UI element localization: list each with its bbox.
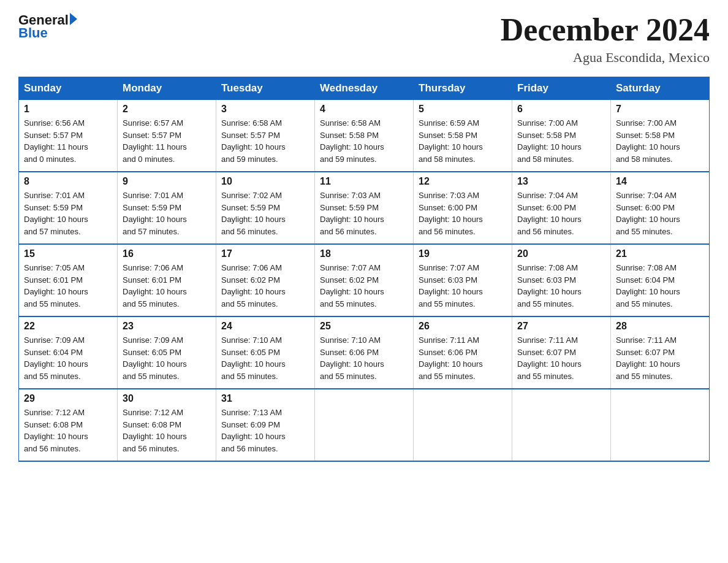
calendar-cell: 17 Sunrise: 7:06 AMSunset: 6:02 PMDaylig… — [216, 244, 315, 316]
day-info: Sunrise: 7:13 AMSunset: 6:09 PMDaylight:… — [221, 407, 309, 454]
location: Agua Escondida, Mexico — [501, 50, 710, 66]
day-number: 17 — [221, 248, 309, 259]
logo: General Blue — [18, 12, 77, 41]
calendar-cell: 20 Sunrise: 7:08 AMSunset: 6:03 PMDaylig… — [512, 244, 611, 316]
day-number: 13 — [517, 176, 605, 187]
calendar-cell: 9 Sunrise: 7:01 AMSunset: 5:59 PMDayligh… — [118, 172, 216, 244]
calendar-cell: 16 Sunrise: 7:06 AMSunset: 6:01 PMDaylig… — [118, 244, 216, 316]
col-sunday: Sunday — [19, 77, 118, 100]
day-number: 19 — [419, 248, 507, 259]
day-info: Sunrise: 7:12 AMSunset: 6:08 PMDaylight:… — [123, 407, 211, 454]
calendar-body: 1 Sunrise: 6:56 AMSunset: 5:57 PMDayligh… — [19, 100, 710, 462]
calendar-cell — [414, 389, 512, 461]
calendar-cell: 29 Sunrise: 7:12 AMSunset: 6:08 PMDaylig… — [19, 389, 118, 461]
calendar-cell: 25 Sunrise: 7:10 AMSunset: 6:06 PMDaylig… — [315, 316, 414, 389]
day-info: Sunrise: 7:06 AMSunset: 6:01 PMDaylight:… — [123, 262, 211, 310]
calendar-cell: 24 Sunrise: 7:10 AMSunset: 6:05 PMDaylig… — [216, 316, 315, 389]
month-title: December 2024 — [501, 12, 710, 47]
day-info: Sunrise: 7:00 AMSunset: 5:58 PMDaylight:… — [517, 117, 605, 165]
col-tuesday: Tuesday — [216, 77, 315, 100]
calendar-cell — [315, 389, 414, 461]
calendar-cell — [611, 389, 710, 461]
calendar-week-4: 22 Sunrise: 7:09 AMSunset: 6:04 PMDaylig… — [19, 316, 710, 389]
day-number: 5 — [419, 104, 507, 115]
day-number: 31 — [221, 393, 309, 404]
day-number: 27 — [517, 321, 605, 332]
day-info: Sunrise: 7:03 AMSunset: 6:00 PMDaylight:… — [419, 190, 507, 237]
calendar-header: Sunday Monday Tuesday Wednesday Thursday… — [19, 77, 710, 100]
day-info: Sunrise: 7:08 AMSunset: 6:04 PMDaylight:… — [616, 262, 704, 310]
day-number: 16 — [123, 248, 211, 259]
day-info: Sunrise: 7:10 AMSunset: 6:05 PMDaylight:… — [221, 334, 309, 382]
day-number: 9 — [123, 176, 211, 187]
day-number: 23 — [123, 321, 211, 332]
calendar-week-1: 1 Sunrise: 6:56 AMSunset: 5:57 PMDayligh… — [19, 100, 710, 172]
calendar-cell: 26 Sunrise: 7:11 AMSunset: 6:06 PMDaylig… — [414, 316, 512, 389]
day-number: 4 — [320, 104, 408, 115]
day-number: 30 — [123, 393, 211, 404]
day-info: Sunrise: 7:03 AMSunset: 5:59 PMDaylight:… — [320, 190, 408, 237]
day-number: 6 — [517, 104, 605, 115]
day-number: 10 — [221, 176, 309, 187]
calendar-cell: 23 Sunrise: 7:09 AMSunset: 6:05 PMDaylig… — [118, 316, 216, 389]
day-number: 3 — [221, 104, 309, 115]
day-info: Sunrise: 7:02 AMSunset: 5:59 PMDaylight:… — [221, 190, 309, 237]
calendar-cell: 21 Sunrise: 7:08 AMSunset: 6:04 PMDaylig… — [611, 244, 710, 316]
calendar-week-3: 15 Sunrise: 7:05 AMSunset: 6:01 PMDaylig… — [19, 244, 710, 316]
calendar-cell: 19 Sunrise: 7:07 AMSunset: 6:03 PMDaylig… — [414, 244, 512, 316]
page-header: General Blue December 2024 Agua Escondid… — [18, 12, 710, 66]
day-number: 29 — [24, 393, 112, 404]
day-info: Sunrise: 7:08 AMSunset: 6:03 PMDaylight:… — [517, 262, 605, 310]
day-info: Sunrise: 7:00 AMSunset: 5:58 PMDaylight:… — [616, 117, 704, 165]
col-saturday: Saturday — [611, 77, 710, 100]
day-info: Sunrise: 7:07 AMSunset: 6:02 PMDaylight:… — [320, 262, 408, 310]
calendar-cell: 1 Sunrise: 6:56 AMSunset: 5:57 PMDayligh… — [19, 100, 118, 172]
logo-arrow-icon — [70, 13, 77, 25]
calendar-cell: 27 Sunrise: 7:11 AMSunset: 6:07 PMDaylig… — [512, 316, 611, 389]
col-friday: Friday — [512, 77, 611, 100]
day-info: Sunrise: 6:59 AMSunset: 5:58 PMDaylight:… — [419, 117, 507, 165]
calendar-week-2: 8 Sunrise: 7:01 AMSunset: 5:59 PMDayligh… — [19, 172, 710, 244]
calendar-cell: 10 Sunrise: 7:02 AMSunset: 5:59 PMDaylig… — [216, 172, 315, 244]
calendar-cell: 3 Sunrise: 6:58 AMSunset: 5:57 PMDayligh… — [216, 100, 315, 172]
calendar-cell: 6 Sunrise: 7:00 AMSunset: 5:58 PMDayligh… — [512, 100, 611, 172]
calendar-table: Sunday Monday Tuesday Wednesday Thursday… — [18, 77, 710, 462]
header-row: Sunday Monday Tuesday Wednesday Thursday… — [19, 77, 710, 100]
day-info: Sunrise: 7:05 AMSunset: 6:01 PMDaylight:… — [24, 262, 112, 310]
day-info: Sunrise: 7:10 AMSunset: 6:06 PMDaylight:… — [320, 334, 408, 382]
calendar-cell: 4 Sunrise: 6:58 AMSunset: 5:58 PMDayligh… — [315, 100, 414, 172]
day-info: Sunrise: 7:06 AMSunset: 6:02 PMDaylight:… — [221, 262, 309, 310]
calendar-cell: 14 Sunrise: 7:04 AMSunset: 6:00 PMDaylig… — [611, 172, 710, 244]
day-info: Sunrise: 7:01 AMSunset: 5:59 PMDaylight:… — [24, 190, 112, 237]
calendar-cell: 8 Sunrise: 7:01 AMSunset: 5:59 PMDayligh… — [19, 172, 118, 244]
day-info: Sunrise: 7:04 AMSunset: 6:00 PMDaylight:… — [517, 190, 605, 237]
day-info: Sunrise: 7:11 AMSunset: 6:06 PMDaylight:… — [419, 334, 507, 382]
title-block: December 2024 Agua Escondida, Mexico — [501, 12, 710, 66]
day-info: Sunrise: 7:09 AMSunset: 6:05 PMDaylight:… — [123, 334, 211, 382]
day-number: 2 — [123, 104, 211, 115]
day-info: Sunrise: 7:12 AMSunset: 6:08 PMDaylight:… — [24, 407, 112, 454]
calendar-cell: 5 Sunrise: 6:59 AMSunset: 5:58 PMDayligh… — [414, 100, 512, 172]
calendar-cell — [512, 389, 611, 461]
calendar-cell: 28 Sunrise: 7:11 AMSunset: 6:07 PMDaylig… — [611, 316, 710, 389]
day-info: Sunrise: 7:01 AMSunset: 5:59 PMDaylight:… — [123, 190, 211, 237]
day-number: 1 — [24, 104, 112, 115]
day-number: 8 — [24, 176, 112, 187]
day-number: 26 — [419, 321, 507, 332]
calendar-cell: 7 Sunrise: 7:00 AMSunset: 5:58 PMDayligh… — [611, 100, 710, 172]
day-number: 20 — [517, 248, 605, 259]
calendar-cell: 13 Sunrise: 7:04 AMSunset: 6:00 PMDaylig… — [512, 172, 611, 244]
day-number: 24 — [221, 321, 309, 332]
calendar-cell: 30 Sunrise: 7:12 AMSunset: 6:08 PMDaylig… — [118, 389, 216, 461]
day-number: 18 — [320, 248, 408, 259]
calendar-cell: 11 Sunrise: 7:03 AMSunset: 5:59 PMDaylig… — [315, 172, 414, 244]
day-info: Sunrise: 7:07 AMSunset: 6:03 PMDaylight:… — [419, 262, 507, 310]
day-info: Sunrise: 7:11 AMSunset: 6:07 PMDaylight:… — [517, 334, 605, 382]
calendar-cell: 18 Sunrise: 7:07 AMSunset: 6:02 PMDaylig… — [315, 244, 414, 316]
day-info: Sunrise: 6:58 AMSunset: 5:57 PMDaylight:… — [221, 117, 309, 165]
calendar-week-5: 29 Sunrise: 7:12 AMSunset: 6:08 PMDaylig… — [19, 389, 710, 461]
day-info: Sunrise: 7:09 AMSunset: 6:04 PMDaylight:… — [24, 334, 112, 382]
day-number: 12 — [419, 176, 507, 187]
day-info: Sunrise: 6:56 AMSunset: 5:57 PMDaylight:… — [24, 117, 112, 165]
day-number: 7 — [616, 104, 704, 115]
